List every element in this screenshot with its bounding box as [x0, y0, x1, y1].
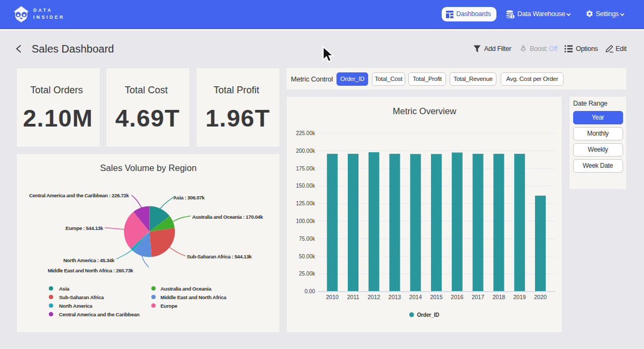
- svg-text:200.00k: 200.00k: [296, 148, 316, 154]
- svg-text:2015: 2015: [430, 294, 443, 300]
- svg-text:Sub-Saharan Africa: Sub-Saharan Africa: [59, 294, 104, 300]
- svg-text:Australia and Oceania: Australia and Oceania: [160, 286, 212, 292]
- svg-text:0.00: 0.00: [305, 288, 316, 294]
- svg-text:Sub-Saharan Africa : 544.13k: Sub-Saharan Africa : 544.13k: [187, 254, 252, 259]
- svg-text:150.00k: 150.00k: [296, 183, 316, 189]
- svg-text:Central America and the Caribb: Central America and the Caribbean: [59, 311, 140, 317]
- svg-text:North America: North America: [59, 303, 93, 309]
- svg-text:Europe: Europe: [160, 303, 177, 309]
- svg-text:175.00k: 175.00k: [296, 166, 316, 172]
- svg-text:Europe : 544.13k: Europe : 544.13k: [65, 225, 104, 231]
- svg-text:2018: 2018: [493, 294, 506, 300]
- svg-text:2020: 2020: [534, 294, 547, 300]
- svg-text:2019: 2019: [514, 294, 526, 300]
- svg-text:Australia and Oceania : 170.04: Australia and Oceania : 170.04k: [192, 214, 264, 220]
- svg-text:Middle East and North Africa: Middle East and North Africa: [160, 294, 226, 300]
- svg-text:50.00k: 50.00k: [299, 254, 316, 259]
- svg-text:2010: 2010: [326, 294, 339, 300]
- svg-text:125.00k: 125.00k: [296, 201, 316, 206]
- svg-text:Asia : 306.07k: Asia : 306.07k: [173, 195, 205, 201]
- svg-text:25.00k: 25.00k: [299, 271, 316, 277]
- svg-text:Asia: Asia: [59, 286, 70, 292]
- svg-text:225.00k: 225.00k: [296, 130, 316, 136]
- svg-text:2012: 2012: [368, 294, 380, 300]
- svg-text:North America : 45.34k: North America : 45.34k: [63, 257, 115, 263]
- svg-text:75.00k: 75.00k: [299, 236, 316, 242]
- svg-text:Metric Overview: Metric Overview: [393, 106, 456, 116]
- svg-text:2016: 2016: [451, 294, 464, 300]
- svg-text:2017: 2017: [472, 294, 485, 300]
- svg-text:Order_ID: Order_ID: [417, 312, 439, 318]
- svg-text:Central America and the Caribb: Central America and the Caribbean : 226.…: [29, 192, 129, 198]
- svg-text:100.00k: 100.00k: [296, 218, 316, 224]
- svg-text:2014: 2014: [409, 294, 422, 300]
- svg-text:2011: 2011: [347, 294, 360, 300]
- svg-text:Sales Volume by Region: Sales Volume by Region: [100, 163, 197, 173]
- svg-text:Middle East and North Africa :: Middle East and North Africa : 260.73k: [48, 268, 134, 273]
- svg-text:2013: 2013: [389, 294, 401, 300]
